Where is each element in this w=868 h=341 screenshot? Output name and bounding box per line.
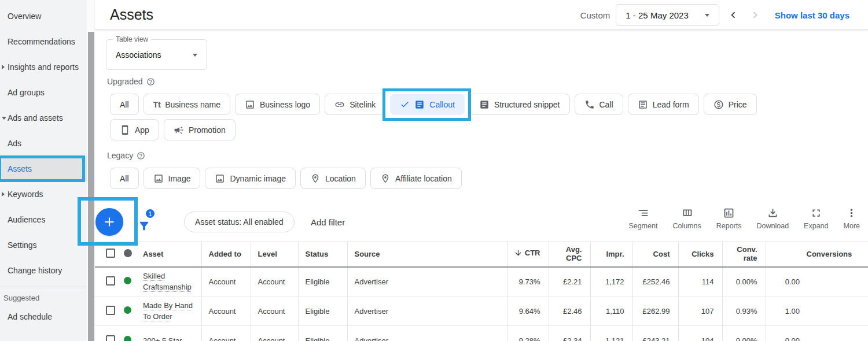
chip-image[interactable]: Image bbox=[144, 168, 201, 189]
sidebar-item-ads-and-assets[interactable]: Ads and assets bbox=[0, 105, 87, 131]
add-filter-button[interactable]: Add filter bbox=[311, 212, 345, 232]
column-header-impr[interactable]: Impr. bbox=[590, 242, 632, 267]
sidebar-item-recommendations[interactable]: Recommendations bbox=[0, 29, 87, 54]
cell-source: Advertiser bbox=[347, 326, 507, 341]
caret-down-icon bbox=[193, 54, 197, 57]
chip-wrap: Lead form bbox=[628, 94, 699, 115]
chevron-down-icon bbox=[2, 117, 6, 120]
chip-structured-snippet[interactable]: Structured snippet bbox=[469, 94, 570, 115]
chip-price[interactable]: Price bbox=[704, 94, 757, 115]
status-dot-enabled bbox=[124, 277, 131, 284]
sidebar-item-assets[interactable]: Assets bbox=[0, 156, 87, 181]
sidebar-item-keywords[interactable]: Keywords bbox=[0, 181, 87, 207]
column-header-conversions[interactable]: Conversions bbox=[766, 242, 868, 267]
sidebar-item-ad-schedule[interactable]: Ad schedule bbox=[0, 304, 87, 329]
text-format-icon: Tt bbox=[153, 100, 161, 109]
row-checkbox[interactable] bbox=[106, 306, 115, 315]
chip-callout[interactable]: Callout bbox=[390, 94, 465, 115]
cell-ctr: 9.28% bbox=[507, 326, 549, 341]
help-icon[interactable] bbox=[146, 77, 155, 86]
column-header-label: Avg. CPC bbox=[566, 245, 582, 262]
column-header-cost[interactable]: Cost bbox=[632, 242, 678, 267]
main-content: Assets Custom 1 - 25 May 2023 Show last … bbox=[95, 0, 868, 341]
asset-name-link[interactable]: 200+ 5 Star bbox=[143, 336, 182, 341]
location-icon bbox=[310, 173, 321, 184]
column-header-level[interactable]: Level bbox=[251, 242, 298, 267]
asset-name-link[interactable]: Made By Hand To Order bbox=[143, 301, 193, 321]
expand-button[interactable]: Expand bbox=[804, 207, 828, 230]
next-date-range-button[interactable] bbox=[747, 7, 763, 23]
column-header-source[interactable]: Source bbox=[347, 242, 507, 267]
add-asset-button-wrap bbox=[95, 208, 123, 236]
cell-status: Eligible bbox=[298, 296, 347, 326]
chip-sitelink[interactable]: Sitelink bbox=[325, 94, 385, 115]
chip-all[interactable]: All bbox=[110, 94, 139, 115]
column-header-ctr[interactable]: CTR bbox=[507, 242, 549, 267]
chip-wrap: Location bbox=[300, 168, 366, 189]
chip-wrap: All bbox=[110, 94, 139, 115]
column-header-status[interactable]: Status bbox=[298, 242, 347, 267]
legacy-chips-row: AllImageDynamic imageLocationAffiliate l… bbox=[110, 168, 462, 189]
row-checkbox[interactable] bbox=[106, 276, 115, 286]
chip-wrap: Sitelink bbox=[325, 94, 385, 115]
chevron-right-icon bbox=[2, 192, 5, 197]
cell-source: Advertiser bbox=[347, 296, 507, 326]
columns-icon bbox=[681, 207, 693, 219]
chip-label: Price bbox=[729, 100, 747, 109]
chip-label: Structured snippet bbox=[494, 100, 560, 109]
column-header-added-to[interactable]: Added to bbox=[201, 242, 251, 267]
chip-wrap: Structured snippet bbox=[469, 94, 570, 115]
segment-button[interactable]: Segment bbox=[628, 207, 657, 230]
previous-date-range-button[interactable] bbox=[725, 7, 741, 23]
sidebar-item-settings[interactable]: Settings bbox=[0, 232, 87, 258]
chip-call[interactable]: Call bbox=[575, 94, 623, 115]
chip-affiliate-location[interactable]: Affiliate location bbox=[370, 168, 462, 189]
sidebar-item-ad-groups[interactable]: Ad groups bbox=[0, 80, 87, 105]
column-header-asset[interactable]: Asset bbox=[140, 242, 201, 267]
table-row: Skilled CraftsmanshipAccountAccountEligi… bbox=[95, 267, 868, 296]
scrollbar-thumb[interactable] bbox=[88, 32, 94, 341]
sidebar-item-label: Recommendations bbox=[8, 37, 75, 46]
date-range-picker[interactable]: 1 - 25 May 2023 bbox=[616, 4, 719, 26]
chip-label: Lead form bbox=[653, 100, 689, 109]
sidebar-item-insights-and-reports[interactable]: Insights and reports bbox=[0, 54, 87, 80]
sidebar-item-audiences[interactable]: Audiences bbox=[0, 207, 87, 232]
download-button[interactable]: Download bbox=[757, 207, 789, 230]
chip-location[interactable]: Location bbox=[300, 168, 366, 189]
help-icon[interactable] bbox=[137, 151, 145, 160]
more-button[interactable]: More bbox=[844, 207, 860, 230]
page-title: Assets bbox=[110, 6, 153, 23]
select-all-checkbox[interactable] bbox=[106, 249, 115, 258]
reports-button[interactable]: Reports bbox=[716, 207, 742, 230]
sidebar-scrollbar[interactable] bbox=[87, 0, 95, 341]
sidebar-item-label: Settings bbox=[8, 240, 37, 250]
column-header-conv-rate[interactable]: Conv. rate bbox=[722, 242, 766, 267]
chip-app[interactable]: App bbox=[110, 119, 159, 140]
add-asset-button[interactable] bbox=[95, 208, 123, 236]
column-header-avg-cpc[interactable]: Avg. CPC bbox=[549, 242, 590, 267]
chip-wrap: Image bbox=[144, 168, 201, 189]
asset-name-link[interactable]: Skilled Craftsmanship bbox=[143, 272, 192, 291]
sidebar-item-overview[interactable]: Overview bbox=[0, 3, 87, 29]
cell-clicks: 104 bbox=[678, 326, 722, 341]
columns-button[interactable]: Columns bbox=[672, 207, 701, 230]
table-view-value: Associations bbox=[116, 50, 161, 60]
asset-status-filter-chip[interactable]: Asset status: All enabled bbox=[184, 212, 295, 232]
chip-lead-form[interactable]: Lead form bbox=[628, 94, 699, 115]
link-icon bbox=[334, 99, 345, 110]
chip-dynamic-image[interactable]: Dynamic image bbox=[205, 168, 295, 189]
chip-all[interactable]: All bbox=[110, 168, 139, 189]
cell-level: Account bbox=[251, 296, 298, 326]
table-view-select[interactable]: Table view Associations bbox=[106, 39, 207, 70]
show-last-30-days-link[interactable]: Show last 30 days bbox=[775, 10, 849, 20]
chip-business-logo[interactable]: Business logo bbox=[235, 94, 320, 115]
cell-conversions: 0.00 bbox=[766, 267, 868, 296]
column-header-clicks[interactable]: Clicks bbox=[678, 242, 722, 267]
chip-business-name[interactable]: TtBusiness name bbox=[144, 94, 230, 115]
chip-promotion[interactable]: Promotion bbox=[164, 119, 236, 140]
column-header-label: Source bbox=[355, 250, 380, 258]
filter-button[interactable]: 1 bbox=[138, 209, 157, 232]
sidebar-item-change-history[interactable]: Change history bbox=[0, 258, 87, 283]
sidebar-item-ads[interactable]: Ads bbox=[0, 131, 87, 156]
row-checkbox[interactable] bbox=[106, 335, 115, 341]
